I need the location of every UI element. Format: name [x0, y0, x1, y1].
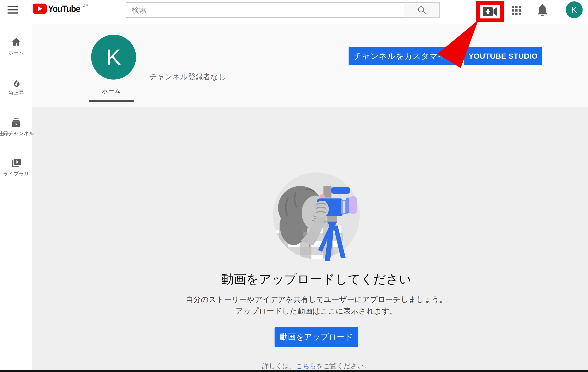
sidebar-item-label: 登録チャンネル	[0, 130, 34, 137]
youtube-channel-page: YouTube JP	[0, 0, 588, 372]
hamburger-menu-icon[interactable]	[8, 6, 18, 14]
search-input[interactable]	[126, 2, 404, 18]
sidebar-item-library[interactable]: ライブラリ	[0, 158, 32, 177]
sidebar-item-trending[interactable]: 急上昇	[0, 77, 32, 96]
upload-empty-state: 動画をアップロードしてください 自分のストーリーやアイデアを共有してユーザーにア…	[32, 107, 588, 371]
logo-region-label: JP	[83, 3, 89, 8]
help-prefix: 詳しくは、	[262, 362, 296, 370]
fire-icon	[11, 77, 21, 88]
annotation-highlight-box	[476, 1, 504, 22]
mini-guide-sidebar: ホーム 急上昇 登録チャンネル ライブラリ	[0, 24, 32, 370]
upload-illustration	[267, 167, 365, 261]
help-text: 詳しくは、こちらをご覧ください。	[262, 362, 371, 371]
youtube-wordmark: YouTube	[48, 4, 80, 14]
sidebar-item-home[interactable]: ホーム	[0, 37, 32, 56]
help-link[interactable]: こちら	[296, 362, 316, 370]
empty-state-description: 自分のストーリーやアイデアを共有してユーザーにアプローチしましょう。 アップロー…	[186, 294, 447, 317]
home-icon	[11, 37, 21, 47]
magnifier-icon	[417, 5, 427, 15]
sidebar-item-label: ホーム	[8, 49, 24, 56]
empty-state-title: 動画をアップロードしてください	[221, 271, 411, 288]
top-bar: YouTube JP	[0, 0, 588, 24]
youtube-studio-button[interactable]: YOUTUBE STUDIO	[464, 47, 542, 65]
library-icon	[11, 158, 21, 168]
channel-avatar: K	[91, 35, 136, 80]
active-tab-underline	[89, 100, 134, 102]
description-line-2: アップロードした動画はここに表示されます。	[236, 307, 397, 315]
sidebar-item-label: ライブラリ	[3, 170, 29, 177]
youtube-logo[interactable]: YouTube JP	[33, 4, 88, 14]
subscriber-status: チャンネル登録者なし	[149, 72, 226, 82]
youtube-play-icon	[33, 4, 47, 14]
subscriptions-icon	[11, 118, 21, 128]
bottom-edge-strip	[0, 370, 588, 372]
search-bar	[126, 2, 440, 18]
sidebar-item-subscriptions[interactable]: 登録チャンネル	[0, 118, 32, 137]
customize-channel-button[interactable]: チャンネルをカスタマイズ	[349, 47, 459, 65]
search-button[interactable]	[404, 2, 440, 18]
channel-content-area: 動画をアップロードしてください 自分のストーリーやアイデアを共有してユーザーにア…	[32, 107, 588, 370]
tab-home[interactable]: ホーム	[89, 87, 134, 95]
video-camera-plus-icon[interactable]	[483, 6, 497, 17]
account-avatar-initial: K	[571, 5, 577, 15]
channel-header: K チャンネル登録者なし チャンネルをカスタマイズ YOUTUBE STUDIO…	[32, 24, 588, 107]
upload-video-button[interactable]: 動画をアップロード	[274, 327, 358, 347]
account-avatar[interactable]: K	[566, 1, 583, 18]
help-suffix: をご覧ください。	[316, 362, 371, 370]
channel-avatar-initial: K	[106, 45, 121, 70]
sidebar-item-label: 急上昇	[9, 90, 24, 96]
notifications-bell-icon[interactable]	[537, 4, 548, 17]
apps-grid-icon[interactable]	[512, 6, 521, 15]
description-line-1: 自分のストーリーやアイデアを共有してユーザーにアプローチしましょう。	[186, 295, 447, 304]
